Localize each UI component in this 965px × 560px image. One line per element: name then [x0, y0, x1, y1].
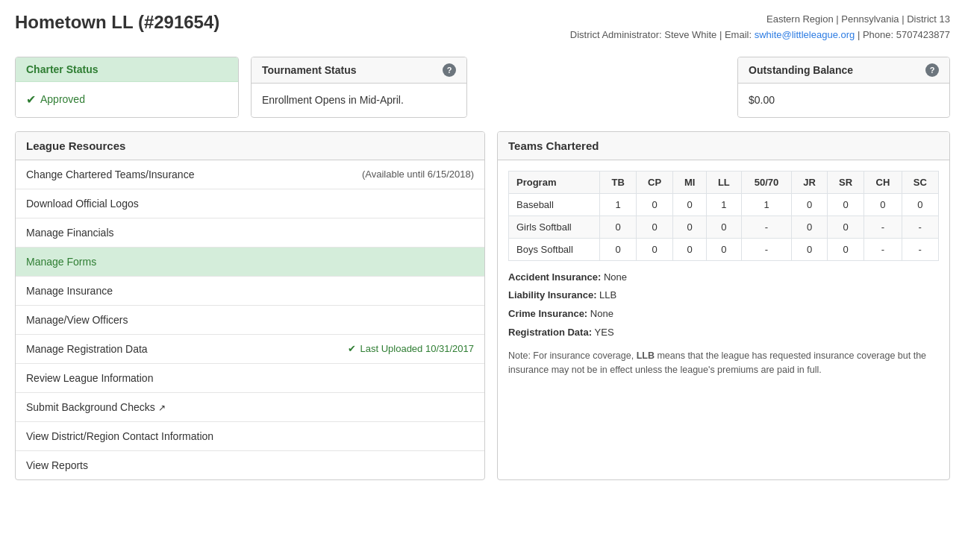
league-resources-list: Change Chartered Teams/Insurance(Availab… [16, 160, 484, 479]
value-cell: 0 [707, 238, 742, 260]
value-cell: 0 [600, 215, 636, 238]
value-cell: - [741, 215, 792, 238]
program-cell: Baseball [509, 193, 600, 215]
resource-label: Manage Forms [26, 256, 96, 268]
table-row: Boys Softball0000-00-- [509, 238, 939, 260]
admin-info: District Administrator: Steve White | Em… [570, 28, 950, 43]
resource-item[interactable]: Download Official Logos [16, 189, 484, 218]
resource-item[interactable]: View Reports [16, 451, 484, 479]
resource-label: Manage/View Officers [26, 314, 128, 326]
region-info: Eastern Region | Pennsylvania | District… [570, 12, 950, 28]
teams-chartered-title: Teams Chartered [498, 132, 949, 160]
resource-label: View Reports [26, 459, 88, 471]
league-resources-title: League Resources [16, 132, 484, 160]
table-col-header: Program [509, 171, 600, 193]
accident-insurance: Accident Insurance: None [508, 268, 939, 287]
league-resources-panel: League Resources Change Chartered Teams/… [15, 131, 485, 480]
approved-check-icon: ✔ [26, 92, 36, 107]
charter-card-header: Charter Status [16, 57, 238, 82]
resource-item[interactable]: Review League Information [16, 364, 484, 393]
resource-badge: (Available until 6/15/2018) [362, 169, 474, 180]
tournament-card-header: Tournament Status ? [252, 57, 466, 84]
value-cell: - [864, 215, 902, 238]
value-cell: 0 [673, 238, 707, 260]
resource-label: Review League Information [26, 372, 153, 384]
table-col-header: TB [600, 171, 636, 193]
resource-label: Change Chartered Teams/Insurance [26, 169, 194, 180]
value-cell: 0 [636, 193, 672, 215]
resource-item[interactable]: Manage Financials [16, 218, 484, 248]
table-row: Girls Softball0000-00-- [509, 215, 939, 238]
balance-help-icon[interactable]: ? [925, 63, 939, 77]
main-content-row: League Resources Change Chartered Teams/… [15, 131, 950, 480]
table-row: Baseball100110000 [509, 193, 939, 215]
table-col-header: MI [673, 171, 707, 193]
program-cell: Boys Softball [509, 238, 600, 260]
value-cell: 0 [707, 215, 742, 238]
value-cell: - [902, 215, 938, 238]
resource-item[interactable]: Change Chartered Teams/Insurance(Availab… [16, 160, 484, 189]
insurance-note: Note: For insurance coverage, LLB means … [508, 349, 939, 377]
resource-item[interactable]: Manage/View Officers [16, 306, 484, 335]
insurance-info: Accident Insurance: None Liability Insur… [508, 268, 939, 342]
value-cell: 0 [792, 238, 828, 260]
teams-body: ProgramTBCPMILL50/70JRSRCHSC Baseball100… [498, 160, 949, 388]
page-title: Hometown LL (#291654) [15, 12, 219, 33]
resource-label: Submit Background Checks ↗ [26, 401, 166, 413]
table-col-header: JR [792, 171, 828, 193]
value-cell: 0 [792, 193, 828, 215]
tournament-status-card: Tournament Status ? Enrollment Opens in … [251, 57, 467, 118]
value-cell: 0 [902, 193, 938, 215]
resource-item[interactable]: Submit Background Checks ↗ [16, 393, 484, 422]
check-icon: ✔ [348, 343, 356, 354]
value-cell: 0 [673, 215, 707, 238]
table-col-header: CH [864, 171, 902, 193]
header-info: Eastern Region | Pennsylvania | District… [570, 12, 950, 43]
resource-item[interactable]: View District/Region Contact Information [16, 422, 484, 451]
resource-item[interactable]: Manage Registration Data✔ Last Uploaded … [16, 335, 484, 364]
resource-upload-badge: ✔ Last Uploaded 10/31/2017 [348, 343, 474, 354]
value-cell: 0 [636, 238, 672, 260]
value-cell: - [741, 238, 792, 260]
value-cell: 0 [636, 215, 672, 238]
registration-data: Registration Data: YES [508, 324, 939, 342]
table-body: Baseball100110000Girls Softball0000-00--… [509, 193, 939, 260]
resource-item[interactable]: Manage Forms [16, 248, 484, 277]
email-link[interactable]: swhite@littleleague.org [755, 29, 855, 40]
charter-status-card: Charter Status ✔ Approved [15, 57, 239, 118]
value-cell: - [864, 238, 902, 260]
value-cell: 0 [864, 193, 902, 215]
resource-label: Manage Financials [26, 227, 114, 239]
value-cell: 0 [827, 215, 863, 238]
page-header: Hometown LL (#291654) Eastern Region | P… [15, 12, 950, 43]
value-cell: 0 [827, 193, 863, 215]
value-cell: 1 [707, 193, 742, 215]
resource-label: Download Official Logos [26, 198, 139, 210]
program-cell: Girls Softball [509, 215, 600, 238]
resource-label: Manage Insurance [26, 285, 113, 297]
tournament-help-icon[interactable]: ? [443, 63, 456, 77]
value-cell: 0 [827, 238, 863, 260]
external-link-icon: ↗ [158, 403, 166, 413]
value-cell: 0 [673, 193, 707, 215]
crime-insurance: Crime Insurance: None [508, 305, 939, 324]
balance-card-body: $0.00 [738, 84, 949, 116]
value-cell: 1 [600, 193, 636, 215]
tournament-card-body: Enrollment Opens in Mid-April. [252, 84, 466, 116]
value-cell: 0 [792, 215, 828, 238]
resource-label: View District/Region Contact Information [26, 430, 213, 442]
teams-chartered-panel: Teams Chartered ProgramTBCPMILL50/70JRSR… [497, 131, 950, 480]
resource-label: Manage Registration Data [26, 343, 148, 355]
table-col-header: SC [902, 171, 938, 193]
value-cell: 1 [741, 193, 792, 215]
teams-table: ProgramTBCPMILL50/70JRSRCHSC Baseball100… [508, 171, 939, 261]
value-cell: - [902, 238, 938, 260]
table-col-header: SR [827, 171, 863, 193]
table-col-header: LL [707, 171, 742, 193]
balance-card-header: Outstanding Balance ? [738, 57, 949, 84]
resource-item[interactable]: Manage Insurance [16, 277, 484, 306]
charter-status-value: ✔ Approved [26, 92, 228, 107]
table-header-row: ProgramTBCPMILL50/70JRSRCHSC [509, 171, 939, 193]
table-col-header: 50/70 [741, 171, 792, 193]
status-row: Charter Status ✔ Approved Tournament Sta… [15, 57, 950, 118]
